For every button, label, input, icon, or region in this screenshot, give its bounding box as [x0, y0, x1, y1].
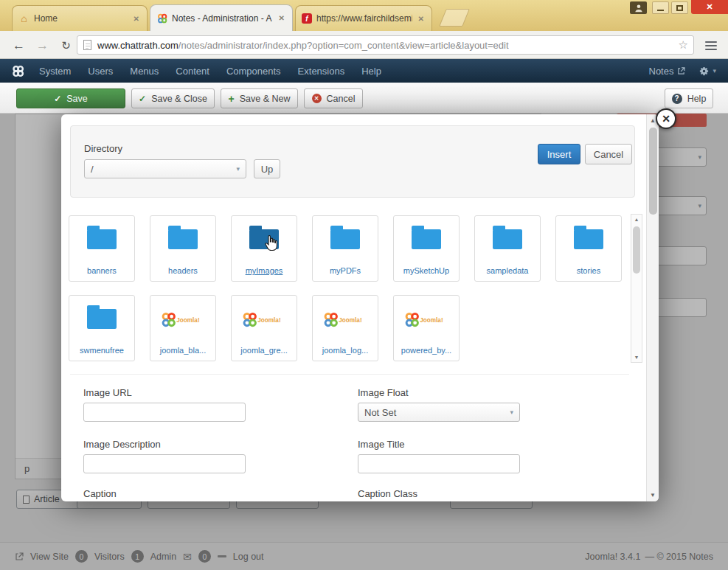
menu-content[interactable]: Content: [176, 66, 209, 77]
profile-button[interactable]: [630, 1, 647, 14]
folder-icon: [87, 229, 117, 249]
home-favicon: ⌂: [18, 13, 30, 24]
menu-extensions[interactable]: Extensions: [298, 66, 345, 77]
menu-components[interactable]: Components: [226, 66, 281, 77]
modal-close-button[interactable]: ✕: [656, 108, 676, 129]
svg-text:Joomla!: Joomla!: [257, 316, 280, 323]
tab-close-icon[interactable]: ✕: [277, 14, 286, 22]
image-float-value: Not Set: [364, 407, 396, 418]
file-label: joomla_bla...: [153, 346, 213, 355]
image-description-label: Image Description: [83, 439, 161, 450]
help-label: Help: [687, 94, 707, 104]
plus-icon: +: [229, 93, 235, 105]
menu-menus[interactable]: Menus: [130, 66, 159, 77]
file-label: mySketchUp: [396, 266, 457, 275]
file-label: powered_by...: [396, 346, 457, 355]
help-button[interactable]: ? Help: [665, 88, 713, 108]
svg-text:Joomla!: Joomla!: [339, 316, 361, 323]
image-joomla-green[interactable]: Joomla! joomla_gre...: [231, 295, 297, 361]
dialog-scrollbar[interactable]: ▲ ▼: [646, 114, 659, 501]
site-link-label: Notes: [649, 66, 674, 77]
joomla-logo-icon: [12, 65, 24, 77]
folder-mypdfs[interactable]: myPDFs: [312, 215, 378, 282]
file-label: swmenufree: [72, 346, 132, 355]
image-description-input[interactable]: [83, 454, 246, 473]
file-label: headers: [153, 266, 213, 275]
tab-notes-admin[interactable]: Notes - Administration - A ✕: [150, 4, 293, 31]
tab-home[interactable]: ⌂ Home ✕: [12, 5, 148, 31]
mouse-cursor: [263, 235, 278, 254]
caption-class-label: Caption Class: [358, 488, 417, 499]
fairchild-favicon: f: [302, 13, 312, 24]
admin-navbar: System Users Menus Content Components Ex…: [0, 59, 728, 83]
image-powered-by[interactable]: Joomla! powered_by...: [393, 295, 460, 361]
save-button[interactable]: ✓ Save: [16, 88, 125, 108]
insert-button[interactable]: Insert: [538, 144, 580, 164]
folder-icon: [493, 229, 522, 249]
scroll-up-icon[interactable]: ▲: [631, 217, 642, 222]
image-url-input[interactable]: [83, 403, 246, 422]
directory-select[interactable]: / ▾: [84, 159, 246, 178]
image-title-input[interactable]: [358, 454, 520, 473]
image-title-label: Image Title: [358, 439, 405, 450]
folder-sampledata[interactable]: sampledata: [474, 215, 541, 282]
folder-banners[interactable]: banners: [69, 215, 135, 282]
folder-swmenufree[interactable]: swmenufree: [69, 295, 135, 361]
folder-stories[interactable]: stories: [555, 215, 622, 282]
files-scrollbar[interactable]: ▲ ▼: [631, 214, 642, 363]
reload-button[interactable]: ↻: [56, 35, 76, 55]
view-site-link[interactable]: Notes: [649, 66, 686, 77]
menu-help[interactable]: Help: [361, 66, 381, 77]
maximize-button[interactable]: [671, 1, 688, 14]
save-new-label: Save & New: [240, 94, 291, 104]
save-new-button[interactable]: + Save & New: [221, 88, 298, 108]
browser-addressbar: ← → ↻ www.chattrath.com/notes/administra…: [0, 31, 728, 59]
folder-icon: [330, 229, 360, 249]
maximize-icon: [676, 5, 683, 11]
url-path: /notes/administrator/index.php?option=co…: [178, 40, 509, 51]
gear-icon: [698, 66, 710, 77]
bookmark-star-icon[interactable]: ☆: [679, 38, 688, 52]
browser-window: ⌂ Home ✕ Notes - Administration - A ✕ f …: [0, 0, 728, 570]
image-url-label: Image URL: [83, 387, 132, 398]
folder-icon: [412, 229, 441, 249]
save-label: Save: [66, 94, 88, 104]
image-joomla-logo[interactable]: Joomla! joomla_log...: [312, 295, 378, 361]
url-bar[interactable]: www.chattrath.com/notes/administrator/in…: [77, 35, 694, 55]
new-tab-button[interactable]: [439, 9, 470, 27]
folder-mysketchup[interactable]: mySketchUp: [393, 215, 460, 282]
file-label: sampledata: [477, 266, 538, 275]
back-button[interactable]: ←: [9, 35, 29, 55]
minimize-button[interactable]: [652, 1, 669, 14]
tab-close-icon[interactable]: ✕: [132, 15, 141, 23]
up-button[interactable]: Up: [254, 159, 280, 178]
joomla-logo-thumbnail: Joomla!: [150, 303, 215, 337]
folder-headers[interactable]: headers: [150, 215, 216, 282]
save-close-button[interactable]: ✓ Save & Close: [131, 88, 215, 108]
image-float-select[interactable]: Not Set ▾: [358, 403, 520, 422]
page-icon: [83, 40, 91, 50]
menu-users[interactable]: Users: [88, 66, 113, 77]
person-icon: [634, 4, 643, 13]
scroll-down-icon[interactable]: ▼: [631, 355, 642, 360]
cancel-icon: ✕: [312, 94, 322, 103]
window-close-button[interactable]: ✕: [691, 0, 728, 14]
file-label: joomla_gre...: [234, 346, 294, 355]
scrollbar-thumb[interactable]: [633, 226, 640, 274]
file-grid-row-2: swmenufree Joomla! joomla_bla... Joomla!…: [69, 295, 460, 361]
svg-text:Joomla!: Joomla!: [420, 316, 443, 323]
chrome-menu-button[interactable]: [700, 38, 722, 54]
scrollbar-thumb[interactable]: [649, 128, 657, 215]
tab-fairchild[interactable]: f https://www.fairchildsemi ✕: [295, 5, 432, 31]
cancel-label: Cancel: [327, 94, 356, 104]
tab-title: Home: [34, 13, 128, 24]
image-joomla-black[interactable]: Joomla! joomla_bla...: [150, 295, 216, 361]
tab-close-icon[interactable]: ✕: [417, 15, 426, 23]
modal-cancel-button[interactable]: Cancel: [585, 144, 632, 164]
menu-system[interactable]: System: [39, 66, 71, 77]
settings-menu-button[interactable]: ▾: [698, 66, 716, 77]
forward-button[interactable]: →: [32, 35, 52, 55]
cancel-button[interactable]: ✕ Cancel: [304, 88, 363, 108]
scroll-down-icon[interactable]: ▼: [647, 492, 659, 498]
folder-icon: [574, 229, 603, 249]
